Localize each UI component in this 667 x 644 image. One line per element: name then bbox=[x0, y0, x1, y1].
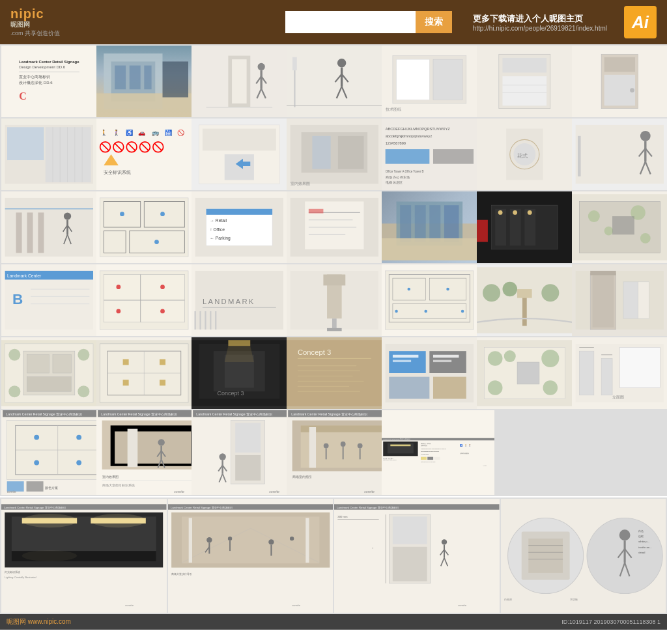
svg-point-292 bbox=[219, 453, 225, 460]
footer-logo: 昵图网 www.nipic.com bbox=[7, 617, 71, 626]
svg-text:abcdefghijklmnopqrstuvwxyz: abcdefghijklmnopqrstuvwxyz bbox=[421, 451, 440, 452]
svg-rect-325 bbox=[421, 457, 427, 460]
svg-text:corette: corette bbox=[292, 604, 301, 607]
svg-text:白色漆: 白色漆 bbox=[504, 598, 512, 601]
svg-rect-239 bbox=[433, 360, 451, 362]
svg-rect-253 bbox=[619, 348, 660, 388]
svg-text:♿: ♿ bbox=[126, 129, 134, 137]
svg-line-60 bbox=[141, 143, 149, 150]
svg-rect-148 bbox=[612, 216, 634, 234]
svg-point-183 bbox=[446, 288, 449, 291]
thumb-r3c1[interactable] bbox=[1, 191, 97, 263]
svg-rect-66 bbox=[203, 129, 276, 151]
thumb-r3c7[interactable] bbox=[572, 191, 667, 263]
svg-line-54 bbox=[102, 143, 109, 150]
svg-rect-30 bbox=[502, 58, 546, 73]
svg-point-264 bbox=[76, 435, 81, 440]
search-button[interactable]: 搜索 bbox=[416, 11, 452, 33]
profile-url: http://hi.nipic.com/people/26919821/inde… bbox=[473, 25, 607, 32]
thumb-r4c6[interactable] bbox=[477, 264, 573, 336]
thumb-r1c4[interactable] bbox=[287, 46, 382, 117]
svg-rect-192 bbox=[517, 289, 532, 298]
svg-rect-3 bbox=[130, 66, 141, 90]
svg-line-14 bbox=[257, 89, 261, 98]
thumb-r3c4[interactable] bbox=[287, 191, 382, 263]
thumb-r5c3[interactable]: Concept 3 bbox=[192, 337, 287, 409]
thumb-r1c5[interactable]: 技术图纸 bbox=[382, 46, 477, 117]
thumb-r1c2[interactable] bbox=[96, 46, 192, 117]
svg-point-343 bbox=[22, 550, 78, 561]
thumb-r3c5[interactable] bbox=[382, 191, 477, 263]
thumb-r5c1[interactable] bbox=[1, 337, 97, 409]
svg-text:inside an...: inside an... bbox=[638, 546, 651, 549]
thumb-r5c7[interactable]: 立面图 bbox=[572, 337, 667, 409]
thumb-r1c1[interactable]: Landmark Center Retail Signage Design De… bbox=[1, 46, 97, 117]
svg-text:🚶: 🚶 bbox=[464, 443, 468, 447]
thumb-r1c7[interactable] bbox=[572, 46, 667, 117]
svg-rect-291 bbox=[235, 455, 261, 481]
svg-rect-327 bbox=[434, 457, 440, 460]
thumb-r3c6[interactable] bbox=[477, 191, 573, 263]
thumb-r1c3[interactable] bbox=[192, 46, 287, 117]
logo-area: nipic 昵图网 .com 共享创造价值 bbox=[10, 7, 60, 38]
thumb-r5c5[interactable] bbox=[382, 337, 477, 409]
thumb-r4c5[interactable] bbox=[382, 264, 477, 336]
thumb-r2c2[interactable]: 🚶 🚶‍♀️ ♿ 🚗 🚌 🛗 🚫 安全标识 bbox=[96, 119, 192, 190]
thumb-r5c2[interactable] bbox=[96, 337, 192, 409]
svg-text:Landmark Center Retail Signage: Landmark Center Retail Signage 置业中心商场标识 bbox=[196, 412, 272, 416]
thumb-r4c2[interactable] bbox=[96, 264, 192, 336]
svg-rect-372 bbox=[393, 547, 427, 581]
bottom-cell-4[interactable]: 白色 边框 white p... inside an... detail 白色漆… bbox=[501, 499, 666, 613]
svg-text:↕: ↕ bbox=[372, 546, 373, 550]
bottom-cell-2[interactable]: Landmark Center Retail Signage 置业中心商场标识 bbox=[168, 499, 334, 613]
svg-point-375 bbox=[442, 539, 447, 544]
svg-point-265 bbox=[34, 460, 39, 466]
svg-point-186 bbox=[395, 310, 398, 313]
svg-rect-72 bbox=[338, 136, 363, 169]
bottom-cell-3[interactable]: Landmark Center Retail Signage 置业中心商场标识 … bbox=[334, 499, 500, 613]
svg-rect-384 bbox=[528, 539, 563, 573]
thumb-r4c4[interactable] bbox=[287, 264, 382, 336]
svg-point-190 bbox=[541, 284, 559, 301]
svg-rect-217 bbox=[160, 380, 165, 385]
svg-rect-215 bbox=[160, 359, 165, 365]
svg-line-22 bbox=[337, 87, 342, 98]
thumb-r5c6[interactable] bbox=[477, 337, 573, 409]
svg-point-276 bbox=[158, 439, 164, 445]
thumb-r3c3[interactable]: → Retail ↑ Office ← Parking bbox=[192, 191, 287, 263]
thumb-r5c4[interactable]: Concept 3 bbox=[287, 337, 382, 409]
thumb-r2c4[interactable]: 室内效果图 bbox=[287, 119, 382, 190]
svg-rect-216 bbox=[123, 380, 129, 385]
thumb-r4c1[interactable]: Landmark Center B bbox=[1, 264, 97, 336]
thumb-r2c1[interactable] bbox=[1, 119, 97, 190]
svg-text:Landmark Center Retail Signage: Landmark Center Retail Signage 置业中心商场标识 bbox=[171, 506, 232, 509]
search-input[interactable]: tumengfei bbox=[285, 11, 416, 33]
thumb-r1c6[interactable] bbox=[477, 46, 573, 117]
svg-rect-27 bbox=[433, 59, 462, 100]
svg-rect-77 bbox=[386, 149, 430, 164]
svg-line-296 bbox=[219, 474, 222, 483]
svg-point-245 bbox=[504, 350, 516, 362]
svg-line-58 bbox=[128, 143, 135, 150]
svg-rect-130 bbox=[429, 205, 440, 242]
svg-text:颜色方案: 颜色方案 bbox=[45, 486, 58, 490]
thumb-r4c7[interactable] bbox=[572, 264, 667, 336]
svg-marker-63 bbox=[104, 154, 119, 165]
nipic-logo: nipic 昵图网 .com 共享创造价值 bbox=[10, 7, 60, 38]
thumb-r6c567[interactable]: Landmark Center Retail Signage 置业中心商场标识 … bbox=[382, 410, 494, 495]
svg-text:Concept 3: Concept 3 bbox=[298, 348, 331, 356]
thumb-r2c6[interactable]: 花式 bbox=[477, 119, 573, 190]
thumb-r2c3[interactable] bbox=[192, 119, 287, 190]
svg-rect-4 bbox=[144, 66, 151, 90]
thumb-r3c2[interactable] bbox=[96, 191, 192, 263]
svg-rect-31 bbox=[502, 76, 546, 105]
thumb-r2c5[interactable]: ABCDEFGHIJKLMNOPQRSTUVWXYZ abcdefghijklm… bbox=[382, 119, 477, 190]
thumb-r2c7[interactable] bbox=[572, 119, 667, 190]
svg-text:室内效果图: 室内效果图 bbox=[102, 475, 119, 479]
svg-text:detail: detail bbox=[638, 551, 645, 554]
thumb-r4c3[interactable]: LANDMARK bbox=[192, 264, 287, 336]
svg-text:室内效果图: 室内效果图 bbox=[291, 181, 310, 186]
svg-rect-131 bbox=[444, 205, 459, 242]
bottom-cell-1[interactable]: Landmark Center Retail Signage 置业中心商场标识 … bbox=[1, 499, 167, 613]
svg-rect-40 bbox=[46, 127, 91, 182]
